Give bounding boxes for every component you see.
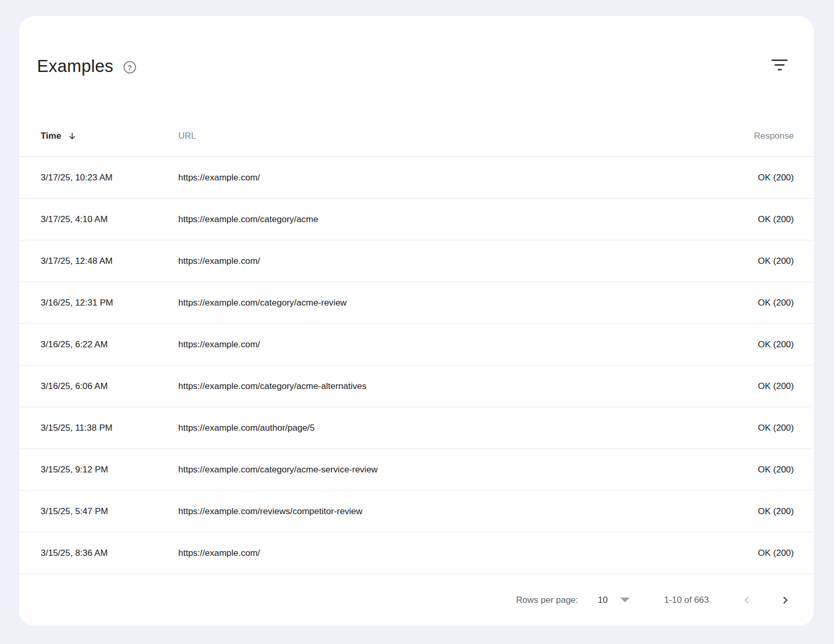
cell-response: OK (200) [705,465,794,475]
cell-response: OK (200) [705,256,794,266]
cell-response: OK (200) [705,548,794,558]
rows-per-page-select[interactable]: 10 [598,595,630,605]
pagination-bar: Rows per page: 10 1-10 of 663 [19,574,814,626]
cell-response: OK (200) [705,298,794,308]
examples-card: Examples ? Time [19,16,814,626]
cell-response: OK (200) [705,423,794,433]
column-header-url[interactable]: URL [178,131,705,141]
cell-time: 3/15/25, 8:36 AM [41,548,178,558]
column-header-time-label: Time [41,131,61,141]
cell-url: https://example.com/ [178,256,705,266]
table-row[interactable]: 3/17/25, 10:23 AM https://example.com/ O… [19,157,814,199]
cell-time: 3/17/25, 12:48 AM [41,256,178,266]
table-row[interactable]: 3/17/25, 12:48 AM https://example.com/ O… [19,240,814,282]
previous-page-button[interactable] [738,591,756,609]
table-row[interactable]: 3/16/25, 6:22 AM https://example.com/ OK… [19,324,814,366]
table-row[interactable]: 3/15/25, 9:12 PM https://example.com/cat… [19,449,814,491]
dropdown-caret-icon [620,598,630,602]
cell-response: OK (200) [705,506,794,517]
sort-descending-icon [67,131,77,141]
table-row[interactable]: 3/16/25, 6:06 AM https://example.com/cat… [19,366,814,407]
filter-bar-bottom [778,69,782,70]
rows-per-page-value: 10 [598,595,608,605]
filter-bar-top [771,59,788,61]
page-background: Examples ? Time [0,0,834,644]
rows-per-page-label: Rows per page: [516,595,578,605]
cell-time: 3/16/25, 6:22 AM [41,339,178,350]
cell-time: 3/17/25, 4:10 AM [41,214,178,225]
table-row[interactable]: 3/17/25, 4:10 AM https://example.com/cat… [19,199,814,240]
table-row[interactable]: 3/15/25, 5:47 PM https://example.com/rev… [19,491,814,532]
cell-response: OK (200) [705,214,794,225]
chevron-right-icon [779,594,791,606]
table-header-row: Time URL Response [19,115,814,157]
cell-time: 3/16/25, 6:06 AM [41,381,178,392]
pagination-range-label: 1-10 of 663 [664,595,709,605]
cell-response: OK (200) [705,381,794,392]
table-row[interactable]: 3/16/25, 12:31 PM https://example.com/ca… [19,282,814,324]
cell-url: https://example.com/reviews/competitor-r… [178,506,705,517]
cell-url: https://example.com/category/acme-review [178,298,705,308]
cell-url: https://example.com/category/acme-altern… [178,381,705,392]
cell-url: https://example.com/ [178,173,705,183]
column-header-response[interactable]: Response [705,131,794,141]
title-group: Examples ? [37,56,136,77]
cell-time: 3/15/25, 9:12 PM [41,465,178,475]
cell-url: https://example.com/category/acme-servic… [178,465,705,475]
cell-url: https://example.com/author/page/5 [178,423,705,433]
card-header: Examples ? [19,16,814,77]
cell-response: OK (200) [705,339,794,350]
cell-time: 3/15/25, 11:38 PM [41,423,178,433]
cell-response: OK (200) [705,173,794,183]
cell-time: 3/15/25, 5:47 PM [41,506,178,517]
column-header-time[interactable]: Time [41,131,178,141]
examples-table: Time URL Response 3/17/25, 10:23 AM http… [19,77,814,574]
cell-time: 3/17/25, 10:23 AM [41,173,178,183]
cell-url: https://example.com/ [178,548,705,558]
cell-time: 3/16/25, 12:31 PM [41,298,178,308]
help-icon[interactable]: ? [124,61,136,74]
table-row[interactable]: 3/15/25, 8:36 AM https://example.com/ OK… [19,532,814,574]
cell-url: https://example.com/category/acme [178,214,705,225]
table-body: 3/17/25, 10:23 AM https://example.com/ O… [19,157,814,574]
page-title: Examples [37,56,114,77]
table-row[interactable]: 3/15/25, 11:38 PM https://example.com/au… [19,407,814,449]
filter-icon[interactable] [769,57,790,72]
cell-url: https://example.com/ [178,339,705,350]
chevron-left-icon [741,594,753,606]
filter-bar-middle [775,64,784,66]
next-page-button[interactable] [776,591,794,609]
